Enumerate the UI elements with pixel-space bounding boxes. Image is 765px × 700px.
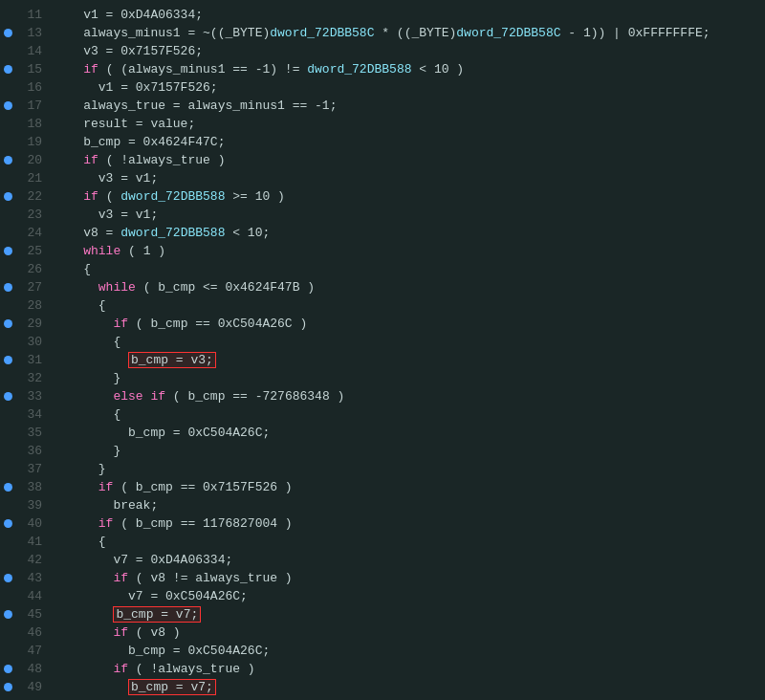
plain-token: < 10; — [225, 226, 270, 240]
code-line: b_cmp = 0x4624F47C; — [50, 133, 765, 151]
plain-token: >= 10 ) — [225, 189, 284, 204]
plain-token — [54, 244, 83, 258]
code-line: if ( dword_72DBB588 >= 10 ) — [50, 187, 765, 206]
line-number: 14 — [15, 42, 42, 60]
breakpoint-indicator[interactable] — [0, 605, 15, 623]
breakpoint-indicator[interactable] — [0, 369, 15, 387]
plain-token — [54, 389, 113, 404]
plain-token: * ((_BYTE) — [374, 26, 456, 40]
plain-token: v1 = 0xD4A06334; — [54, 8, 203, 22]
breakpoint-dot — [4, 665, 12, 673]
plain-token: ( b_cmp == -727686348 ) — [165, 389, 344, 404]
code-content: v1 = 0xD4A06334; always_minus1 = ~((_BYT… — [50, 4, 765, 700]
breakpoint-indicator[interactable] — [0, 623, 15, 642]
code-line: } — [50, 460, 765, 478]
breakpoint-indicator[interactable] — [0, 405, 15, 424]
code-line: v1 = 0xD4A06334; — [50, 6, 765, 24]
line-number: 17 — [15, 97, 42, 115]
keyword-token: if — [83, 62, 98, 77]
plain-token: always_minus1 = ~((_BYTE) — [54, 26, 270, 40]
code-line: if ( (always_minus1 == -1) != dword_72DB… — [50, 60, 765, 78]
breakpoint-indicator[interactable] — [0, 387, 15, 405]
line-number: 36 — [15, 442, 42, 460]
plain-token: ( 1 ) — [120, 244, 165, 258]
breakpoint-indicator[interactable] — [0, 442, 15, 460]
code-line: { — [50, 296, 765, 315]
plain-token: v3 = v1; — [54, 208, 158, 222]
breakpoint-indicator[interactable] — [0, 478, 15, 496]
line-number: 41 — [15, 533, 42, 551]
plain-token — [54, 516, 98, 531]
breakpoint-indicator[interactable] — [0, 514, 15, 533]
breakpoint-indicator[interactable] — [0, 587, 15, 605]
line-number: 18 — [15, 115, 42, 133]
line-number: 24 — [15, 224, 42, 242]
line-number: 47 — [15, 642, 42, 660]
breakpoint-indicator[interactable] — [0, 6, 15, 24]
breakpoint-indicator[interactable] — [0, 696, 15, 700]
breakpoint-indicator[interactable] — [0, 333, 15, 351]
breakpoint-indicator[interactable] — [0, 206, 15, 224]
breakpoint-indicator[interactable] — [0, 278, 15, 296]
breakpoint-indicator[interactable] — [0, 315, 15, 333]
breakpoint-indicator[interactable] — [0, 187, 15, 206]
line-number: 22 — [15, 187, 42, 206]
breakpoint-indicator[interactable] — [0, 569, 15, 587]
breakpoint-indicator[interactable] — [0, 224, 15, 242]
keyword-token: if — [113, 571, 128, 585]
line-number: 43 — [15, 569, 42, 587]
breakpoint-indicator[interactable] — [0, 24, 15, 42]
breakpoint-indicator[interactable] — [0, 551, 15, 569]
line-number: 21 — [15, 169, 42, 187]
breakpoint-indicator[interactable] — [0, 169, 15, 187]
breakpoint-indicator[interactable] — [0, 424, 15, 442]
line-number: 34 — [15, 405, 42, 424]
dword-token: dword_72DBB588 — [307, 62, 411, 77]
line-number: 26 — [15, 260, 42, 278]
breakpoint-indicator[interactable] — [0, 296, 15, 315]
code-line: { — [50, 405, 765, 424]
breakpoint-indicator[interactable] — [0, 533, 15, 551]
code-line: v3 = v1; — [50, 206, 765, 224]
highlighted-expression: b_cmp = v7; — [113, 606, 201, 623]
code-line: if ( !always_true ) — [50, 660, 765, 678]
code-line: if ( v8 ) — [50, 623, 765, 642]
line-number: 11 — [15, 6, 42, 24]
plain-token: ( v8 ) — [128, 625, 181, 640]
breakpoint-dot — [4, 283, 12, 292]
breakpoint-dot — [4, 65, 12, 74]
breakpoint-indicator[interactable] — [0, 42, 15, 60]
code-line: } — [50, 369, 765, 387]
breakpoint-indicator[interactable] — [0, 660, 15, 678]
breakpoint-indicator[interactable] — [0, 97, 15, 115]
breakpoint-indicator[interactable] — [0, 115, 15, 133]
code-line: { — [50, 333, 765, 351]
breakpoint-indicator[interactable] — [0, 151, 15, 169]
breakpoint-indicator[interactable] — [0, 78, 15, 97]
line-number: 48 — [15, 660, 42, 678]
breakpoint-indicator[interactable] — [0, 60, 15, 78]
code-line: b_cmp = 0xC504A26C; — [50, 642, 765, 660]
plain-token: always_true = always_minus1 == -1; — [54, 98, 337, 113]
breakpoint-dot — [4, 29, 12, 37]
code-line: v3 = 0x7157F526; — [50, 42, 765, 60]
code-line: always_true = always_minus1 == -1; — [50, 97, 765, 115]
plain-token: ( b_cmp == 0x7157F526 ) — [113, 480, 292, 494]
plain-token: v7 = 0xC504A26C; — [54, 589, 248, 603]
line-number: 27 — [15, 278, 42, 296]
line-number: 45 — [15, 605, 42, 623]
code-line: v3 = v1; — [50, 169, 765, 187]
breakpoint-indicator[interactable] — [0, 133, 15, 151]
breakpoint-indicator[interactable] — [0, 678, 15, 696]
breakpoint-indicator[interactable] — [0, 242, 15, 260]
plain-token — [54, 625, 113, 640]
breakpoint-indicator[interactable] — [0, 496, 15, 514]
plain-token: - 1)) | 0xFFFFFFFE; — [561, 26, 710, 40]
breakpoint-indicator[interactable] — [0, 260, 15, 278]
breakpoint-indicator[interactable] — [0, 351, 15, 369]
line-number: 16 — [15, 78, 42, 97]
breakpoint-indicator[interactable] — [0, 460, 15, 478]
line-number: 37 — [15, 460, 42, 478]
keyword-token: if — [83, 189, 98, 204]
breakpoint-indicator[interactable] — [0, 642, 15, 660]
